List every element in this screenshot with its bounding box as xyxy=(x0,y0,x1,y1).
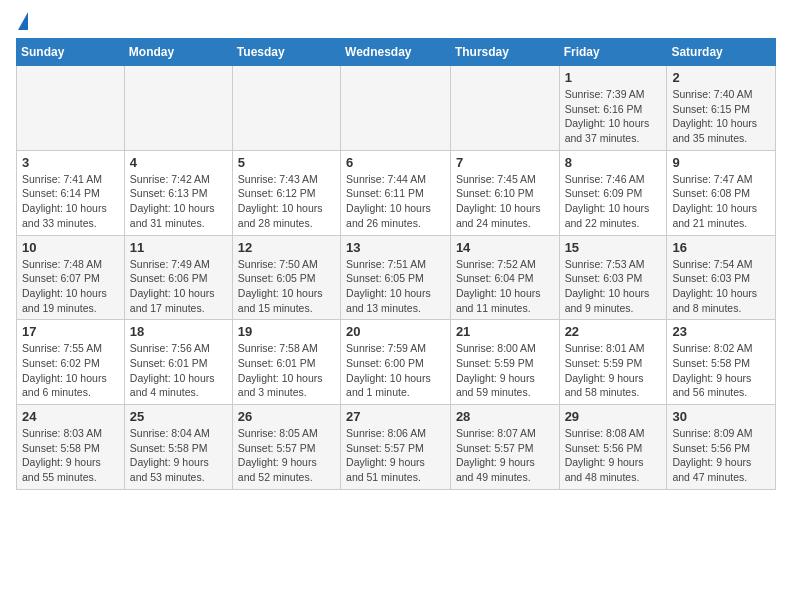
day-info: Sunrise: 7:42 AM Sunset: 6:13 PM Dayligh… xyxy=(130,172,227,231)
day-info: Sunrise: 7:46 AM Sunset: 6:09 PM Dayligh… xyxy=(565,172,662,231)
day-number: 23 xyxy=(672,324,770,339)
day-number: 10 xyxy=(22,240,119,255)
day-info: Sunrise: 7:43 AM Sunset: 6:12 PM Dayligh… xyxy=(238,172,335,231)
day-info: Sunrise: 7:54 AM Sunset: 6:03 PM Dayligh… xyxy=(672,257,770,316)
calendar-cell: 1Sunrise: 7:39 AM Sunset: 6:16 PM Daylig… xyxy=(559,66,667,151)
calendar-cell: 20Sunrise: 7:59 AM Sunset: 6:00 PM Dayli… xyxy=(341,320,451,405)
day-info: Sunrise: 7:45 AM Sunset: 6:10 PM Dayligh… xyxy=(456,172,554,231)
day-number: 18 xyxy=(130,324,227,339)
day-number: 13 xyxy=(346,240,445,255)
day-number: 8 xyxy=(565,155,662,170)
calendar-cell: 19Sunrise: 7:58 AM Sunset: 6:01 PM Dayli… xyxy=(232,320,340,405)
calendar-cell xyxy=(232,66,340,151)
calendar-week-4: 17Sunrise: 7:55 AM Sunset: 6:02 PM Dayli… xyxy=(17,320,776,405)
calendar-cell: 13Sunrise: 7:51 AM Sunset: 6:05 PM Dayli… xyxy=(341,235,451,320)
calendar-cell: 21Sunrise: 8:00 AM Sunset: 5:59 PM Dayli… xyxy=(450,320,559,405)
calendar-cell: 17Sunrise: 7:55 AM Sunset: 6:02 PM Dayli… xyxy=(17,320,125,405)
day-info: Sunrise: 8:03 AM Sunset: 5:58 PM Dayligh… xyxy=(22,426,119,485)
day-number: 9 xyxy=(672,155,770,170)
day-info: Sunrise: 7:41 AM Sunset: 6:14 PM Dayligh… xyxy=(22,172,119,231)
calendar-cell: 18Sunrise: 7:56 AM Sunset: 6:01 PM Dayli… xyxy=(124,320,232,405)
calendar-cell: 28Sunrise: 8:07 AM Sunset: 5:57 PM Dayli… xyxy=(450,405,559,490)
day-info: Sunrise: 7:53 AM Sunset: 6:03 PM Dayligh… xyxy=(565,257,662,316)
calendar-week-3: 10Sunrise: 7:48 AM Sunset: 6:07 PM Dayli… xyxy=(17,235,776,320)
day-number: 14 xyxy=(456,240,554,255)
day-info: Sunrise: 7:49 AM Sunset: 6:06 PM Dayligh… xyxy=(130,257,227,316)
day-info: Sunrise: 7:59 AM Sunset: 6:00 PM Dayligh… xyxy=(346,341,445,400)
day-number: 28 xyxy=(456,409,554,424)
calendar-cell: 8Sunrise: 7:46 AM Sunset: 6:09 PM Daylig… xyxy=(559,150,667,235)
day-number: 1 xyxy=(565,70,662,85)
weekday-header-sunday: Sunday xyxy=(17,39,125,66)
day-number: 29 xyxy=(565,409,662,424)
calendar-table: SundayMondayTuesdayWednesdayThursdayFrid… xyxy=(16,38,776,490)
day-info: Sunrise: 7:39 AM Sunset: 6:16 PM Dayligh… xyxy=(565,87,662,146)
weekday-header-friday: Friday xyxy=(559,39,667,66)
day-number: 5 xyxy=(238,155,335,170)
calendar-cell: 14Sunrise: 7:52 AM Sunset: 6:04 PM Dayli… xyxy=(450,235,559,320)
day-info: Sunrise: 8:02 AM Sunset: 5:58 PM Dayligh… xyxy=(672,341,770,400)
day-number: 4 xyxy=(130,155,227,170)
page-header xyxy=(16,16,776,30)
calendar-cell: 7Sunrise: 7:45 AM Sunset: 6:10 PM Daylig… xyxy=(450,150,559,235)
day-info: Sunrise: 8:06 AM Sunset: 5:57 PM Dayligh… xyxy=(346,426,445,485)
day-number: 17 xyxy=(22,324,119,339)
calendar-cell: 9Sunrise: 7:47 AM Sunset: 6:08 PM Daylig… xyxy=(667,150,776,235)
day-number: 3 xyxy=(22,155,119,170)
calendar-cell: 4Sunrise: 7:42 AM Sunset: 6:13 PM Daylig… xyxy=(124,150,232,235)
day-number: 19 xyxy=(238,324,335,339)
day-info: Sunrise: 7:56 AM Sunset: 6:01 PM Dayligh… xyxy=(130,341,227,400)
calendar-cell: 10Sunrise: 7:48 AM Sunset: 6:07 PM Dayli… xyxy=(17,235,125,320)
calendar-cell xyxy=(17,66,125,151)
calendar-cell: 11Sunrise: 7:49 AM Sunset: 6:06 PM Dayli… xyxy=(124,235,232,320)
calendar-cell: 23Sunrise: 8:02 AM Sunset: 5:58 PM Dayli… xyxy=(667,320,776,405)
day-number: 27 xyxy=(346,409,445,424)
day-number: 22 xyxy=(565,324,662,339)
day-number: 7 xyxy=(456,155,554,170)
calendar-cell: 16Sunrise: 7:54 AM Sunset: 6:03 PM Dayli… xyxy=(667,235,776,320)
day-number: 16 xyxy=(672,240,770,255)
day-number: 11 xyxy=(130,240,227,255)
day-info: Sunrise: 7:47 AM Sunset: 6:08 PM Dayligh… xyxy=(672,172,770,231)
day-info: Sunrise: 7:58 AM Sunset: 6:01 PM Dayligh… xyxy=(238,341,335,400)
calendar-cell: 5Sunrise: 7:43 AM Sunset: 6:12 PM Daylig… xyxy=(232,150,340,235)
day-info: Sunrise: 8:00 AM Sunset: 5:59 PM Dayligh… xyxy=(456,341,554,400)
day-number: 25 xyxy=(130,409,227,424)
day-info: Sunrise: 8:01 AM Sunset: 5:59 PM Dayligh… xyxy=(565,341,662,400)
calendar-cell: 29Sunrise: 8:08 AM Sunset: 5:56 PM Dayli… xyxy=(559,405,667,490)
calendar-cell xyxy=(341,66,451,151)
calendar-week-2: 3Sunrise: 7:41 AM Sunset: 6:14 PM Daylig… xyxy=(17,150,776,235)
day-info: Sunrise: 8:05 AM Sunset: 5:57 PM Dayligh… xyxy=(238,426,335,485)
calendar-cell: 24Sunrise: 8:03 AM Sunset: 5:58 PM Dayli… xyxy=(17,405,125,490)
day-info: Sunrise: 7:50 AM Sunset: 6:05 PM Dayligh… xyxy=(238,257,335,316)
calendar-cell xyxy=(450,66,559,151)
day-number: 26 xyxy=(238,409,335,424)
day-number: 30 xyxy=(672,409,770,424)
calendar-cell: 6Sunrise: 7:44 AM Sunset: 6:11 PM Daylig… xyxy=(341,150,451,235)
logo xyxy=(16,16,28,30)
calendar-cell: 26Sunrise: 8:05 AM Sunset: 5:57 PM Dayli… xyxy=(232,405,340,490)
day-info: Sunrise: 7:55 AM Sunset: 6:02 PM Dayligh… xyxy=(22,341,119,400)
calendar-cell: 22Sunrise: 8:01 AM Sunset: 5:59 PM Dayli… xyxy=(559,320,667,405)
calendar-cell: 25Sunrise: 8:04 AM Sunset: 5:58 PM Dayli… xyxy=(124,405,232,490)
day-info: Sunrise: 7:48 AM Sunset: 6:07 PM Dayligh… xyxy=(22,257,119,316)
day-info: Sunrise: 8:07 AM Sunset: 5:57 PM Dayligh… xyxy=(456,426,554,485)
day-number: 6 xyxy=(346,155,445,170)
weekday-header-thursday: Thursday xyxy=(450,39,559,66)
calendar-cell: 15Sunrise: 7:53 AM Sunset: 6:03 PM Dayli… xyxy=(559,235,667,320)
day-info: Sunrise: 7:44 AM Sunset: 6:11 PM Dayligh… xyxy=(346,172,445,231)
day-number: 21 xyxy=(456,324,554,339)
calendar-week-1: 1Sunrise: 7:39 AM Sunset: 6:16 PM Daylig… xyxy=(17,66,776,151)
calendar-cell: 12Sunrise: 7:50 AM Sunset: 6:05 PM Dayli… xyxy=(232,235,340,320)
day-number: 15 xyxy=(565,240,662,255)
day-info: Sunrise: 8:09 AM Sunset: 5:56 PM Dayligh… xyxy=(672,426,770,485)
day-number: 12 xyxy=(238,240,335,255)
calendar-cell: 2Sunrise: 7:40 AM Sunset: 6:15 PM Daylig… xyxy=(667,66,776,151)
weekday-header-wednesday: Wednesday xyxy=(341,39,451,66)
day-info: Sunrise: 8:08 AM Sunset: 5:56 PM Dayligh… xyxy=(565,426,662,485)
calendar-week-5: 24Sunrise: 8:03 AM Sunset: 5:58 PM Dayli… xyxy=(17,405,776,490)
day-number: 20 xyxy=(346,324,445,339)
calendar-cell xyxy=(124,66,232,151)
day-info: Sunrise: 7:52 AM Sunset: 6:04 PM Dayligh… xyxy=(456,257,554,316)
weekday-header-saturday: Saturday xyxy=(667,39,776,66)
